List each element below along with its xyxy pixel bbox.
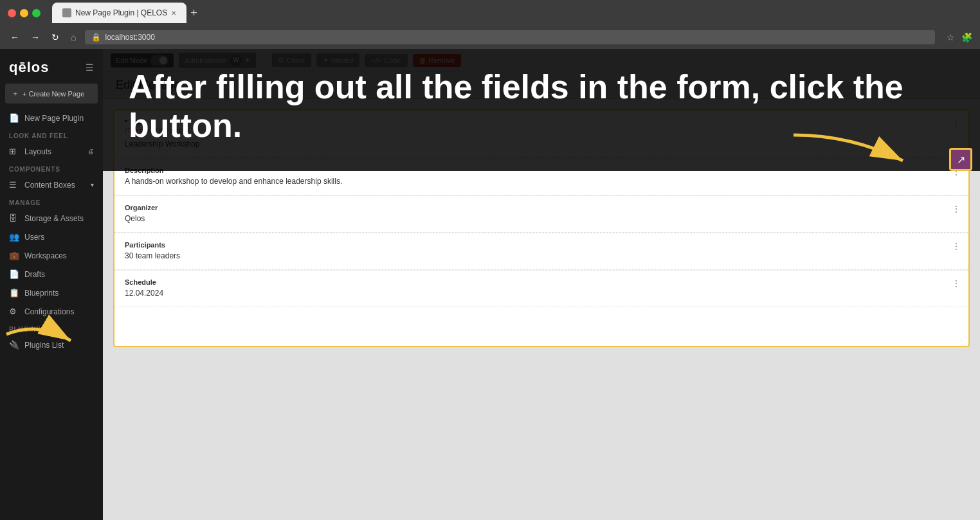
arrow-svg: [787, 129, 916, 180]
active-tab[interactable]: New Page Plugin | QELOS ✕: [52, 3, 186, 23]
workspaces-label: Workspaces: [24, 251, 67, 260]
sidebar-yellow-arrow: [0, 315, 77, 356]
nav-bar: ← → ↻ ⌂ 🔒 localhost:3000 ☆ 🧩: [0, 26, 980, 49]
printer-icon: 🖨: [87, 148, 94, 155]
form-field-participants: Participants 30 team leaders ⋮: [114, 233, 968, 270]
users-icon: 👥: [9, 232, 19, 242]
sidebar-arrow-svg: [0, 315, 77, 354]
address-bar[interactable]: 🔒 localhost:3000: [85, 30, 935, 44]
current-page-label: New Page Plugin: [24, 114, 84, 123]
participants-label: Participants: [125, 241, 958, 249]
logo: qēlos: [9, 59, 49, 76]
home-button[interactable]: ⌂: [68, 30, 78, 45]
storage-icon: 🗄: [9, 213, 19, 223]
bookmark-icon[interactable]: ☆: [947, 32, 955, 42]
drafts-label: Drafts: [24, 270, 45, 279]
layouts-icon: ⊞: [9, 147, 19, 156]
sidebar-item-current-page[interactable]: 📄 New Page Plugin: [0, 109, 103, 127]
create-btn-label: + Create New Page: [23, 90, 84, 98]
sidebar-item-workspaces[interactable]: 💼 Workspaces: [0, 246, 103, 265]
participants-value[interactable]: 30 team leaders: [125, 250, 958, 262]
new-tab-button[interactable]: +: [190, 6, 197, 20]
drafts-icon: 📄: [9, 269, 19, 279]
forward-button[interactable]: →: [28, 30, 42, 45]
sidebar-item-drafts[interactable]: 📄 Drafts: [0, 265, 103, 283]
action-button-highlighted[interactable]: ↗: [949, 148, 972, 171]
blueprints-icon: 📋: [9, 288, 19, 298]
form-field-schedule: Schedule 12.04.2024 ⋮: [114, 271, 968, 307]
organizer-menu-icon[interactable]: ⋮: [952, 204, 961, 214]
url-display: localhost:3000: [105, 33, 154, 42]
schedule-menu-icon[interactable]: ⋮: [952, 278, 961, 289]
nav-icons: ☆ 🧩: [947, 32, 972, 42]
maximize-button[interactable]: [32, 9, 41, 17]
sidebar-item-content-boxes[interactable]: ☰ Content Boxes ▾: [0, 175, 103, 194]
storage-label: Storage & Assets: [24, 214, 84, 223]
content-boxes-label: Content Boxes: [24, 181, 75, 190]
minimize-button[interactable]: [20, 9, 28, 17]
sidebar-item-users[interactable]: 👥 Users: [0, 228, 103, 246]
create-new-page-button[interactable]: ＋ + Create New Page: [5, 84, 98, 103]
close-button[interactable]: [8, 9, 16, 17]
reload-button[interactable]: ↻: [49, 30, 62, 45]
page-icon: 📄: [9, 113, 19, 123]
section-components: COMPONENTS: [0, 161, 103, 175]
blueprints-label: Blueprints: [24, 289, 59, 298]
traffic-lights: [8, 9, 41, 17]
back-button[interactable]: ←: [8, 30, 22, 45]
browser-chrome: New Page Plugin | QELOS ✕ +: [0, 0, 980, 26]
schedule-value[interactable]: 12.04.2024: [125, 287, 958, 299]
extensions-icon[interactable]: 🧩: [961, 32, 972, 42]
sidebar-item-layouts[interactable]: ⊞ Layouts 🖨: [0, 142, 103, 161]
workspaces-icon: 💼: [9, 251, 19, 260]
section-manage: MANAGE: [0, 194, 103, 209]
tab-title: New Page Plugin | QELOS: [75, 8, 167, 17]
section-look-and-feel: LOOK AND FEEL: [0, 127, 103, 142]
yellow-arrow: [787, 129, 916, 180]
layouts-label: Layouts: [24, 147, 51, 156]
sidebar-item-blueprints[interactable]: 📋 Blueprints: [0, 283, 103, 302]
sidebar: qēlos ☰ ＋ + Create New Page 📄 New Page P…: [0, 49, 103, 520]
plus-icon: ＋: [12, 89, 19, 98]
users-label: Users: [24, 233, 44, 242]
organizer-value[interactable]: Qelos: [125, 213, 958, 224]
form-bottom-padding: [114, 307, 968, 346]
participants-menu-icon[interactable]: ⋮: [952, 241, 961, 251]
sidebar-toggle-icon[interactable]: ☰: [86, 62, 94, 73]
sidebar-logo-area: qēlos ☰: [0, 49, 103, 84]
schedule-label: Schedule: [125, 278, 958, 286]
content-boxes-icon: ☰: [9, 180, 19, 190]
sidebar-item-storage[interactable]: 🗄 Storage & Assets: [0, 209, 103, 228]
tab-close-button[interactable]: ✕: [171, 10, 176, 17]
tab-bar: New Page Plugin | QELOS ✕ +: [52, 3, 972, 23]
arrow-up-right-icon: ↗: [957, 154, 965, 166]
organizer-label: Organizer: [125, 204, 958, 211]
form-field-organizer: Organizer Qelos ⋮: [114, 196, 968, 233]
tab-favicon: [62, 8, 71, 17]
chevron-down-icon: ▾: [91, 181, 94, 188]
